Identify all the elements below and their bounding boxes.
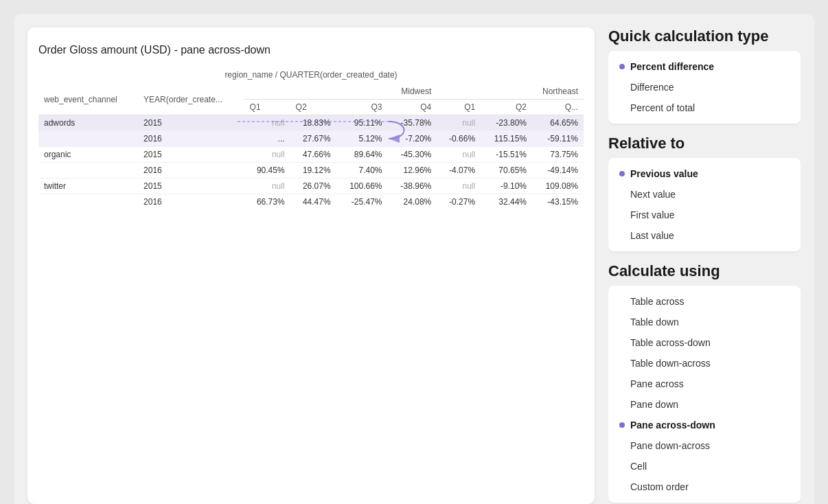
option-item[interactable]: Pane across bbox=[608, 374, 801, 394]
option-label: Difference bbox=[630, 82, 674, 93]
table-cell: organic bbox=[38, 147, 138, 163]
table-cell: 2016 bbox=[138, 131, 244, 147]
table-cell: 66.73% bbox=[244, 194, 290, 210]
table-cell bbox=[38, 131, 138, 147]
table-cell: 7.40% bbox=[336, 163, 388, 179]
option-label: Previous value bbox=[630, 168, 698, 179]
table-cell: -23.80% bbox=[481, 115, 532, 131]
table-cell: 12.96% bbox=[388, 163, 437, 179]
quick-calc-options-box: Percent differenceDifferencePercent of t… bbox=[608, 51, 801, 124]
ne-q3: Q... bbox=[532, 100, 584, 115]
table-cell: -43.15% bbox=[532, 194, 584, 210]
calc-using-options-box: Table acrossTable downTable across-downT… bbox=[608, 286, 801, 503]
option-item[interactable]: Table down bbox=[608, 312, 801, 332]
col-year: YEAR(order_create... bbox=[138, 84, 244, 115]
table-cell: -38.96% bbox=[388, 179, 437, 194]
table-panel: Order Gloss amount (USD) - pane across-d… bbox=[27, 27, 595, 504]
option-item[interactable]: Next value bbox=[608, 184, 801, 205]
table-cell: 2015 bbox=[138, 147, 244, 163]
option-item[interactable]: First value bbox=[608, 205, 801, 225]
table-cell: 89.64% bbox=[336, 147, 388, 163]
table-cell: 2016 bbox=[138, 194, 244, 210]
option-item[interactable]: Previous value bbox=[608, 163, 801, 184]
ne-q1: Q1 bbox=[437, 100, 481, 115]
col-northeast: Northeast bbox=[437, 84, 584, 100]
option-item[interactable]: Difference bbox=[608, 77, 801, 98]
option-label: Table across-down bbox=[630, 337, 711, 348]
table-row: 2016...27.67%5.12%-7.20%-0.66%115.15%-59… bbox=[38, 131, 584, 147]
table-cell: 32.44% bbox=[481, 194, 532, 210]
calc-using-section: Calculate using Table acrossTable downTa… bbox=[608, 262, 801, 503]
table-cell: 47.66% bbox=[290, 147, 336, 163]
mw-q3: Q3 bbox=[336, 100, 388, 115]
option-label: Percent of total bbox=[630, 102, 695, 113]
option-item[interactable]: Pane down bbox=[608, 394, 801, 415]
table-cell bbox=[38, 163, 138, 179]
table-cell: ... bbox=[244, 131, 290, 147]
table-cell: null bbox=[244, 179, 290, 194]
mw-q2: Q2 bbox=[290, 100, 336, 115]
table-cell: null bbox=[437, 147, 481, 163]
table-row: organic2015null47.66%89.64%-45.30%null-1… bbox=[38, 147, 584, 163]
table-cell: -45.30% bbox=[388, 147, 437, 163]
quick-calc-section: Quick calculation type Percent differenc… bbox=[608, 27, 801, 124]
table-row: 201690.45%19.12%7.40%12.96%-4.07%70.65%-… bbox=[38, 163, 584, 179]
table-cell: 109.08% bbox=[532, 179, 584, 194]
table-cell: 2016 bbox=[138, 163, 244, 179]
option-item[interactable]: Last value bbox=[608, 225, 801, 246]
table-row: 201666.73%44.47%-25.47%24.08%-0.27%32.44… bbox=[38, 194, 584, 210]
option-item[interactable]: Table across bbox=[608, 291, 801, 312]
selected-dot-icon bbox=[619, 64, 625, 69]
right-panel: Quick calculation type Percent differenc… bbox=[608, 27, 801, 504]
option-item[interactable]: Percent difference bbox=[608, 56, 801, 77]
option-item[interactable]: Percent of total bbox=[608, 98, 801, 118]
option-label: Custom order bbox=[630, 481, 689, 492]
table-cell: -9.10% bbox=[481, 179, 532, 194]
table-cell: 27.67% bbox=[290, 131, 336, 147]
option-item[interactable]: Custom order bbox=[608, 477, 801, 497]
option-label: Table down-across bbox=[630, 358, 711, 369]
table-cell: 24.08% bbox=[388, 194, 437, 210]
table-cell: -0.66% bbox=[437, 131, 481, 147]
table-cell: 5.12% bbox=[336, 131, 388, 147]
option-label: First value bbox=[630, 209, 675, 220]
table-cell: 26.07% bbox=[290, 179, 336, 194]
option-item[interactable]: Pane across-down bbox=[608, 415, 801, 435]
table-cell: 100.66% bbox=[336, 179, 388, 194]
table-cell: 95.11% bbox=[336, 115, 388, 131]
option-item[interactable]: Table across-down bbox=[608, 332, 801, 353]
option-label: Pane across bbox=[630, 378, 684, 389]
option-label: Pane across-down bbox=[630, 420, 715, 431]
table-cell: -7.20% bbox=[388, 131, 437, 147]
table-cell: -15.51% bbox=[481, 147, 532, 163]
relative-to-section: Relative to Previous valueNext valueFirs… bbox=[608, 135, 801, 251]
table-cell: null bbox=[244, 115, 290, 131]
option-item[interactable]: Table down-across bbox=[608, 353, 801, 374]
col-midwest: Midwest bbox=[244, 84, 437, 100]
calc-using-title: Calculate using bbox=[608, 262, 801, 280]
table-cell bbox=[38, 194, 138, 210]
table-cell: 2015 bbox=[138, 179, 244, 194]
option-label: Cell bbox=[630, 461, 647, 472]
relative-to-title: Relative to bbox=[608, 135, 801, 152]
quick-calc-title: Quick calculation type bbox=[608, 27, 801, 45]
mw-q4: Q4 bbox=[388, 100, 437, 115]
table-cell: null bbox=[437, 179, 481, 194]
option-label: Pane down bbox=[630, 399, 678, 410]
table-cell: -25.47% bbox=[336, 194, 388, 210]
table-cell: 64.65% bbox=[532, 115, 584, 131]
data-table: web_event_channel YEAR(order_create... M… bbox=[38, 84, 584, 209]
option-label: Table down bbox=[630, 317, 679, 328]
table-cell: 19.12% bbox=[290, 163, 336, 179]
table-cell: 44.47% bbox=[290, 194, 336, 210]
option-item[interactable]: Cell bbox=[608, 456, 801, 477]
table-cell: -4.07% bbox=[437, 163, 481, 179]
option-label: Table across bbox=[630, 296, 685, 307]
table-cell: 73.75% bbox=[532, 147, 584, 163]
table-cell: 18.83% bbox=[290, 115, 336, 131]
selected-dot-icon bbox=[619, 422, 625, 428]
table-cell: adwords bbox=[38, 115, 138, 131]
relative-to-options-box: Previous valueNext valueFirst valueLast … bbox=[608, 158, 801, 251]
option-item[interactable]: Pane down-across bbox=[608, 435, 801, 456]
table-cell: 70.65% bbox=[481, 163, 532, 179]
